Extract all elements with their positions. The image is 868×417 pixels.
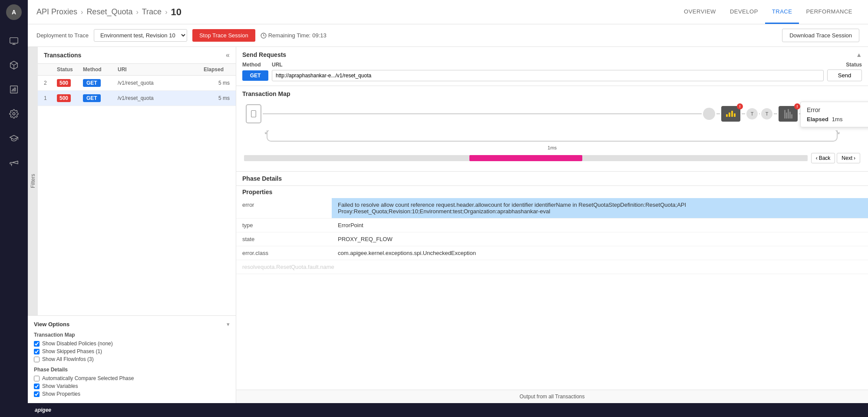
target-node[interactable]: ! Error Elapsed 1ms: [779, 106, 798, 122]
send-requests-section: Send Requests ▲ Method URL Status GET Se…: [236, 47, 868, 86]
checkbox-flowinfos: Show All FlowInfos (3): [34, 355, 230, 363]
method-get-button[interactable]: GET: [242, 70, 268, 81]
transaction-map-section: Transaction Map: [236, 86, 868, 172]
prop-key-state: state: [236, 232, 332, 246]
remaining-time: Remaining Time: 09:13: [261, 32, 327, 39]
back-label: Back: [819, 155, 831, 161]
tooltip-elapsed: Elapsed 1ms: [807, 116, 868, 122]
checkbox-flowinfos-label: Show All FlowInfos (3): [42, 356, 94, 362]
prop-row-error-class: error.class com.apigee.kernel.exceptions…: [236, 246, 868, 260]
send-requests-title: Send Requests: [242, 51, 286, 58]
checkbox-skipped-phases: Show Skipped Phases (1): [34, 348, 230, 355]
connector: [263, 113, 702, 114]
nav-tabs: OVERVIEW DEVELOP TRACE PERFORMANCE: [677, 0, 859, 24]
checkbox-flowinfos-input[interactable]: [34, 357, 40, 362]
prop-value-error[interactable]: Failed to resolve allow count reference …: [332, 198, 868, 218]
connector: [774, 113, 777, 114]
transactions-title: Transactions: [44, 52, 81, 59]
avatar: A: [6, 4, 22, 20]
collapse-send[interactable]: ▲: [856, 51, 862, 58]
deployment-label: Deployment to Trace: [36, 32, 89, 39]
tbar3: [788, 109, 789, 119]
col-uri: URI: [118, 66, 204, 73]
checkbox-properties-input[interactable]: [34, 391, 40, 397]
timeline-section: 1ms ‹ Back Next: [242, 145, 862, 167]
policy-node-1[interactable]: !: [721, 106, 740, 122]
checkbox-skipped-input[interactable]: [34, 349, 40, 354]
tx-uri-2: /v1/reset_quota: [118, 80, 204, 86]
url-input[interactable]: [272, 70, 824, 81]
table-row[interactable]: 2 500 GET /v1/reset_quota 5 ms: [38, 76, 236, 91]
t-node-1[interactable]: T: [746, 108, 758, 119]
tab-develop[interactable]: DEVELOP: [723, 0, 765, 24]
prop-key-error: error: [236, 198, 332, 218]
view-options-title: View Options: [34, 321, 69, 328]
output-bar[interactable]: Output from all Transactions: [236, 390, 868, 403]
error-indicator-2: !: [794, 103, 800, 109]
policy-bars: [726, 111, 736, 117]
col-num: [44, 66, 57, 73]
main-content: API Proxies › Reset_Quota › Trace › 10 O…: [28, 0, 868, 417]
prop-row-placeholder: resolvequota.ResetQuota.fault.name: [236, 260, 868, 274]
prop-value-state: PROXY_REQ_FLOW: [332, 232, 868, 246]
bar4: [734, 113, 736, 117]
sidebar-icon-learn[interactable]: [6, 130, 22, 146]
timeline-label: 1ms: [244, 145, 860, 150]
sidebar-icon-announce[interactable]: [6, 155, 22, 170]
transactions-header: Transactions «: [38, 47, 236, 64]
table-row[interactable]: 1 500 GET /v1/reset_quota 5 ms: [38, 91, 236, 106]
bar1: [726, 114, 728, 117]
next-button[interactable]: Next ›: [837, 153, 860, 163]
download-trace-button[interactable]: Download Trace Session: [782, 29, 859, 42]
next-chevron: ›: [854, 155, 855, 161]
prop-key-placeholder: resolvequota.ResetQuota.fault.name: [236, 260, 332, 274]
timeline-track[interactable]: [244, 155, 808, 161]
sidebar-icon-monitor[interactable]: [6, 33, 22, 49]
breadcrumb-trace[interactable]: Trace: [142, 7, 162, 17]
prop-key-type: type: [236, 218, 332, 232]
send-requests-header: Send Requests ▲: [242, 51, 862, 58]
tx-num-1: 1: [44, 95, 57, 101]
checkbox-disabled-label: Show Disabled Policies (none): [42, 341, 113, 347]
tx-elapsed-1: 5 ms: [204, 95, 230, 101]
connector: [742, 113, 745, 114]
checkbox-disabled-policies: Show Disabled Policies (none): [34, 340, 230, 348]
timeline-bar: ‹ Back Next ›: [244, 151, 860, 167]
sidebar-icon-box[interactable]: [6, 57, 22, 73]
tab-trace[interactable]: TRACE: [765, 0, 799, 24]
flow-diagram: ! T T: [242, 101, 862, 145]
flow-row: ! T T: [244, 104, 860, 123]
checkbox-variables-input[interactable]: [34, 384, 40, 389]
prop-value-type: ErrorPoint: [332, 218, 868, 232]
tab-overview[interactable]: OVERVIEW: [677, 0, 723, 24]
checkbox-compare-input[interactable]: [34, 376, 40, 381]
prop-value-error-class: com.apigee.kernel.exceptions.spi.Uncheck…: [332, 246, 868, 260]
tx-map-section-title: Transaction Map: [34, 332, 230, 338]
view-options-collapse[interactable]: ▾: [227, 321, 230, 328]
view-options: View Options ▾ Transaction Map Show Disa…: [28, 315, 236, 403]
checkbox-disabled-input[interactable]: [34, 341, 40, 347]
sidebar-icon-chart[interactable]: [6, 82, 22, 97]
tbar1: [784, 110, 785, 119]
breadcrumb-reset-quota[interactable]: Reset_Quota: [86, 7, 132, 17]
url-label: URL: [272, 62, 824, 68]
checkbox-properties-label: Show Properties: [42, 391, 80, 397]
filters-tab[interactable]: Filters: [28, 47, 38, 315]
breadcrumb-sep-2: ›: [136, 8, 138, 16]
sidebar-icon-settings[interactable]: [6, 106, 22, 122]
breadcrumb-api-proxies[interactable]: API Proxies: [36, 7, 77, 17]
tab-performance[interactable]: PERFORMANCE: [799, 0, 859, 24]
bar2: [729, 113, 730, 117]
stop-trace-button[interactable]: Stop Trace Session: [192, 29, 255, 42]
timeline-fill: [469, 155, 582, 161]
back-button[interactable]: ‹ Back: [811, 153, 835, 163]
tx-status-2: 500: [57, 79, 83, 87]
deployment-select[interactable]: Environment test, Revision 10: [94, 29, 187, 42]
transactions-collapse[interactable]: «: [226, 51, 230, 59]
t-node-2[interactable]: T: [761, 108, 772, 119]
send-button[interactable]: Send: [827, 70, 862, 81]
prop-value-placeholder: [332, 260, 868, 274]
phase-details-section-title: Phase Details: [34, 367, 230, 373]
col-elapsed: Elapsed: [204, 66, 230, 73]
tx-method-2: GET: [83, 79, 118, 87]
